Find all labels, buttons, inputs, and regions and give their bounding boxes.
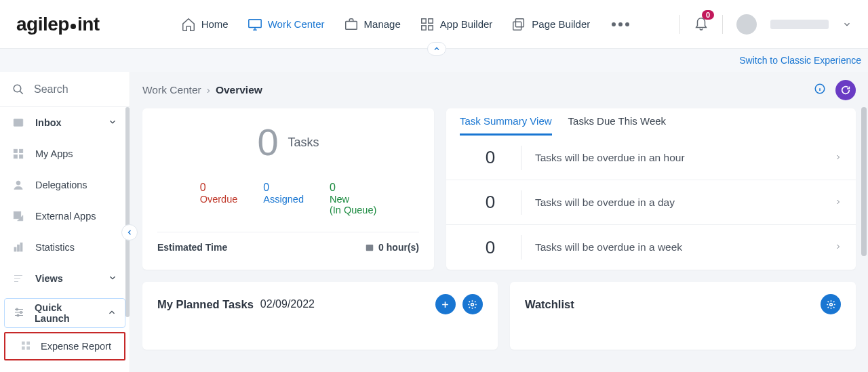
sidebar-scrollbar[interactable] bbox=[125, 107, 130, 317]
user-menu-toggle[interactable] bbox=[842, 20, 852, 29]
info-button[interactable] bbox=[814, 83, 826, 98]
gear-icon bbox=[826, 299, 836, 310]
sidebar-item-quick-launch[interactable]: Quick Launch bbox=[5, 299, 125, 327]
chart-icon bbox=[12, 241, 24, 253]
summary-row-week[interactable]: 0 Tasks will be overdue in a week bbox=[446, 225, 856, 270]
sidebar-item-label: Statistics bbox=[35, 242, 75, 253]
svg-rect-13 bbox=[20, 155, 23, 159]
add-planned-task-button[interactable] bbox=[435, 294, 456, 314]
user-name bbox=[770, 20, 829, 29]
tasks-count: 0 bbox=[257, 123, 278, 161]
chevron-left-icon bbox=[125, 228, 134, 236]
chevron-down-icon bbox=[108, 117, 117, 129]
watchlist-settings-button[interactable] bbox=[821, 294, 841, 314]
sidebar-item-label: Inbox bbox=[35, 117, 62, 128]
sidebar-item-label: Views bbox=[35, 273, 63, 284]
tasks-assigned[interactable]: 0 Assigned bbox=[263, 182, 304, 215]
expense-report-highlight: Expense Report bbox=[4, 332, 125, 360]
watchlist-title: Watchlist bbox=[525, 298, 574, 311]
planned-date: 02/09/2022 bbox=[260, 298, 315, 310]
notifications-button[interactable]: 0 bbox=[694, 16, 709, 33]
chevron-up-icon bbox=[107, 308, 117, 319]
breadcrumb-sep: › bbox=[207, 84, 210, 96]
copy-icon bbox=[511, 17, 526, 32]
avatar[interactable] bbox=[736, 14, 757, 35]
divider bbox=[679, 15, 680, 34]
svg-rect-7 bbox=[513, 22, 521, 30]
main-nav: Home Work Center Manage App Builder Page… bbox=[181, 17, 630, 32]
inbox-icon bbox=[12, 117, 24, 129]
svg-rect-22 bbox=[22, 342, 25, 345]
sidebar-item-label: Quick Launch bbox=[35, 302, 98, 324]
chevron-right-icon bbox=[834, 197, 842, 209]
sidebar-item-my-apps[interactable]: My Apps bbox=[0, 138, 130, 169]
sidebar-item-views[interactable]: Views bbox=[0, 263, 130, 294]
tasks-overdue-count: 0 bbox=[200, 182, 238, 194]
sidebar-item-expense-report[interactable]: Expense Report bbox=[5, 333, 124, 359]
svg-rect-11 bbox=[20, 149, 23, 152]
breadcrumb-root[interactable]: Work Center bbox=[142, 84, 201, 96]
planned-settings-button[interactable] bbox=[462, 294, 483, 314]
notification-badge: 0 bbox=[702, 10, 714, 20]
sidebar-item-label: External Apps bbox=[35, 211, 96, 222]
svg-rect-12 bbox=[14, 155, 17, 159]
tasks-label: Tasks bbox=[288, 136, 319, 150]
chevron-right-icon bbox=[834, 241, 842, 253]
monitor-icon bbox=[248, 17, 262, 32]
tasks-overdue[interactable]: 0 Overdue bbox=[200, 182, 238, 215]
tasks-new[interactable]: 0 New (In Queue) bbox=[330, 182, 376, 215]
svg-rect-18 bbox=[20, 243, 22, 251]
chevron-up-icon bbox=[433, 45, 441, 53]
content-scrollbar[interactable] bbox=[861, 107, 867, 256]
sidebar-item-external-apps[interactable]: External Apps bbox=[0, 201, 130, 232]
divider bbox=[521, 235, 521, 260]
nav-home[interactable]: Home bbox=[181, 17, 229, 32]
sidebar-item-delegations[interactable]: Delegations bbox=[0, 169, 130, 201]
switch-classic-link[interactable]: Switch to Classic Experience bbox=[739, 55, 861, 66]
tab-task-summary[interactable]: Task Summary View bbox=[460, 115, 552, 136]
apps-icon bbox=[20, 340, 31, 353]
apps-icon bbox=[12, 148, 24, 160]
sidebar-item-label: Expense Report bbox=[41, 341, 111, 352]
sidebar-item-statistics[interactable]: Statistics bbox=[0, 232, 130, 263]
tab-tasks-due-week[interactable]: Tasks Due This Week bbox=[568, 115, 667, 136]
gear-icon bbox=[467, 299, 477, 310]
refresh-button[interactable] bbox=[835, 80, 856, 100]
breadcrumb-current: Overview bbox=[216, 84, 262, 96]
svg-rect-1 bbox=[345, 21, 357, 29]
svg-rect-23 bbox=[26, 342, 30, 345]
summary-row-day[interactable]: 0 Tasks will be overdue in a day bbox=[446, 180, 856, 225]
planned-title: My Planned Tasks bbox=[157, 298, 254, 311]
sidebar-collapse-button[interactable] bbox=[121, 224, 138, 241]
summary-row-hour[interactable]: 0 Tasks will be overdue in an hour bbox=[446, 136, 856, 180]
svg-point-8 bbox=[14, 85, 21, 92]
nav-work-center[interactable]: Work Center bbox=[248, 17, 325, 32]
chevron-down-icon bbox=[842, 20, 852, 29]
task-summary-card: Task Summary View Tasks Due This Week 0 … bbox=[446, 108, 856, 270]
svg-point-28 bbox=[471, 303, 474, 306]
sidebar-search[interactable]: Search bbox=[0, 72, 130, 107]
chevron-down-icon bbox=[108, 273, 117, 285]
summary-text: Tasks will be overdue in a week bbox=[535, 241, 834, 253]
tasks-assigned-count: 0 bbox=[263, 182, 304, 194]
sidebar-item-inbox[interactable]: Inbox bbox=[0, 107, 130, 138]
svg-rect-17 bbox=[18, 245, 20, 251]
svg-point-29 bbox=[829, 303, 832, 306]
svg-rect-24 bbox=[22, 346, 25, 350]
nav-app-builder[interactable]: App Builder bbox=[420, 17, 493, 32]
search-icon bbox=[12, 83, 24, 96]
search-placeholder: Search bbox=[34, 83, 68, 96]
svg-rect-0 bbox=[248, 19, 260, 27]
topbar-collapse[interactable] bbox=[427, 42, 446, 56]
person-icon bbox=[12, 179, 24, 191]
summary-count: 0 bbox=[460, 192, 521, 213]
svg-rect-2 bbox=[422, 18, 426, 22]
nav-manage[interactable]: Manage bbox=[344, 17, 401, 32]
external-icon bbox=[12, 210, 24, 222]
nav-app-builder-label: App Builder bbox=[440, 18, 493, 30]
nav-more[interactable] bbox=[612, 22, 629, 26]
sidebar: Search Inbox My Apps Delegations Externa… bbox=[0, 72, 130, 372]
quick-launch-section: Quick Launch bbox=[4, 298, 125, 328]
summary-text: Tasks will be overdue in an hour bbox=[535, 152, 834, 164]
nav-page-builder[interactable]: Page Builder bbox=[511, 17, 590, 32]
